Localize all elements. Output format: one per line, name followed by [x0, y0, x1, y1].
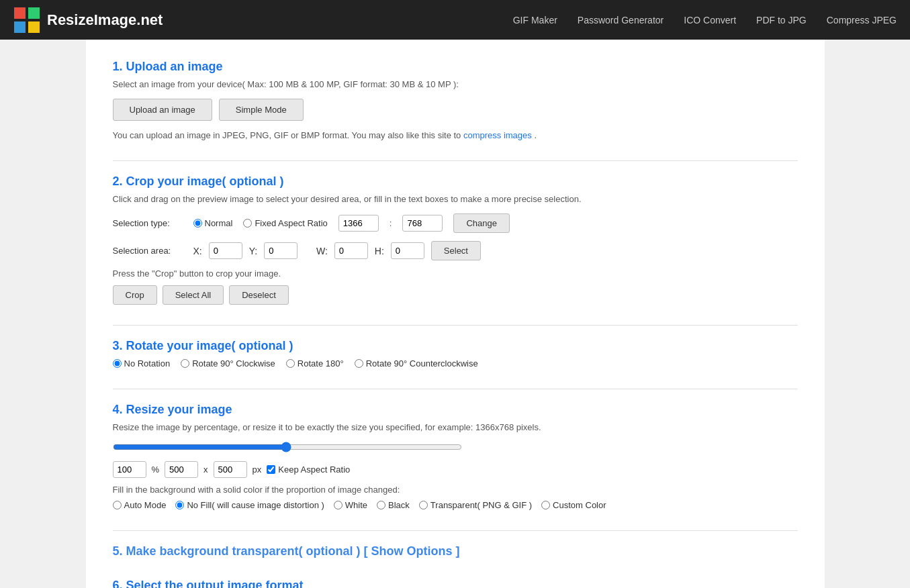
selection-type-label: Selection type:: [113, 218, 187, 228]
upload-note-suffix: .: [534, 130, 537, 140]
y-input[interactable]: [264, 242, 298, 259]
selection-type-row: Selection type: Normal Fixed Aspect Rati…: [113, 213, 798, 233]
bg-transparent-label[interactable]: Transparent( PNG & GIF ): [419, 500, 532, 510]
resize-width-input[interactable]: [165, 461, 198, 478]
w-input[interactable]: [334, 242, 368, 259]
x-label: X:: [193, 246, 202, 256]
aspect-separator: :: [390, 218, 392, 228]
keep-ratio-text: Keep Aspect Ratio: [278, 464, 350, 475]
bg-nofill-text: No Fill( will cause image distortion ): [187, 500, 324, 510]
crop-section: 2. Crop your image( optional ) Click and…: [113, 175, 798, 305]
bg-custom-label[interactable]: Custom Color: [541, 500, 606, 510]
bg-transparent-title: 5. Make background transparent( optional…: [113, 544, 798, 558]
x-input[interactable]: [209, 242, 242, 259]
h-input[interactable]: [391, 242, 424, 259]
radio-normal[interactable]: [193, 219, 202, 228]
rotate-90ccw[interactable]: [355, 359, 363, 368]
select-all-button[interactable]: Select All: [163, 285, 224, 305]
crop-title: 2. Crop your image( optional ): [113, 175, 798, 189]
bg-white-text: White: [345, 500, 367, 510]
nav-compress-jpeg[interactable]: Compress JPEG: [827, 15, 897, 26]
bg-fill-note: Fill in the background with a solid colo…: [113, 485, 798, 495]
px-label: px: [253, 464, 262, 475]
bg-transparent-section: 5. Make background transparent( optional…: [113, 544, 798, 558]
radio-normal-text: Normal: [205, 218, 233, 228]
nav-gif-maker[interactable]: GIF Maker: [513, 15, 557, 26]
bg-auto[interactable]: [113, 501, 122, 509]
upload-note-prefix: You can upload an image in JPEG, PNG, GI…: [113, 130, 463, 140]
svg-rect-0: [14, 7, 26, 19]
times-symbol: x: [203, 464, 208, 475]
keep-ratio-label[interactable]: Keep Aspect Ratio: [267, 464, 350, 475]
crop-desc: Click and drag on the preview image to s…: [113, 194, 798, 204]
svg-rect-2: [14, 21, 26, 33]
rotate-90cw-label[interactable]: Rotate 90° Clockwise: [181, 358, 275, 369]
rotate-no-rotation-text: No Rotation: [124, 358, 171, 369]
simple-mode-button[interactable]: Simple Mode: [219, 99, 304, 121]
output-format-section: 6. Select the output image format JPG PN…: [113, 579, 798, 588]
bg-nofill[interactable]: [175, 501, 184, 509]
selection-type-radios: Normal Fixed Aspect Ratio : Change: [193, 213, 510, 233]
aspect-height-input[interactable]: [402, 215, 443, 232]
upload-buttons-group: Upload an image Simple Mode: [113, 99, 798, 121]
upload-title: 1. Upload an image: [113, 60, 798, 74]
svg-rect-1: [28, 7, 40, 19]
rotate-no-rotation-label[interactable]: No Rotation: [113, 358, 171, 369]
percent-input[interactable]: [113, 461, 146, 478]
rotate-90cw[interactable]: [181, 359, 189, 368]
selection-area-row: Selection area: X: Y: W: H: Select: [113, 241, 798, 260]
resize-height-input[interactable]: [214, 461, 247, 478]
rotate-section: 3. Rotate your image( optional ) No Rota…: [113, 339, 798, 369]
upload-image-button[interactable]: Upload an image: [113, 99, 212, 121]
aspect-width-input[interactable]: [338, 215, 379, 232]
keep-ratio-checkbox[interactable]: [267, 465, 275, 474]
upload-note: You can upload an image in JPEG, PNG, GI…: [113, 130, 798, 140]
rotate-90cw-text: Rotate 90° Clockwise: [192, 358, 275, 369]
compress-images-link[interactable]: compress images: [463, 130, 532, 140]
bg-white[interactable]: [334, 501, 343, 509]
rotate-180-label[interactable]: Rotate 180°: [286, 358, 344, 369]
press-note: Press the "Crop" button to crop your ima…: [113, 268, 798, 279]
crop-action-row: Press the "Crop" button to crop your ima…: [113, 268, 798, 305]
resize-title: 4. Resize your image: [113, 403, 798, 417]
bg-nofill-label[interactable]: No Fill( will cause image distortion ): [175, 500, 324, 510]
bg-options: Auto Mode No Fill( will cause image dist…: [113, 500, 798, 510]
rotate-180[interactable]: [286, 359, 295, 368]
bg-white-label[interactable]: White: [334, 500, 367, 510]
percent-symbol: %: [152, 464, 160, 475]
crop-button[interactable]: Crop: [113, 285, 157, 305]
upload-desc: Select an image from your device( Max: 1…: [113, 79, 798, 89]
upload-section: 1. Upload an image Select an image from …: [113, 60, 798, 140]
radio-fixed-label[interactable]: Fixed Aspect Ratio: [243, 218, 327, 228]
nav-password-generator[interactable]: Password Generator: [578, 15, 664, 26]
nav-ico-convert[interactable]: ICO Convert: [684, 15, 736, 26]
rotate-no-rotation[interactable]: [113, 359, 122, 368]
nav-pdf-to-jpg[interactable]: PDF to JPG: [756, 15, 807, 26]
bg-custom-text: Custom Color: [553, 500, 606, 510]
bg-black-text: Black: [388, 500, 410, 510]
change-button[interactable]: Change: [453, 213, 510, 233]
rotate-90ccw-label[interactable]: Rotate 90° Counterclockwise: [355, 358, 478, 369]
crop-buttons-group: Crop Select All Deselect: [113, 285, 798, 305]
output-format-title: 6. Select the output image format: [113, 579, 798, 588]
bg-auto-label[interactable]: Auto Mode: [113, 500, 167, 510]
bg-black-label[interactable]: Black: [377, 500, 410, 510]
select-button[interactable]: Select: [431, 241, 481, 260]
radio-fixed[interactable]: [243, 219, 252, 228]
resize-slider[interactable]: [113, 442, 462, 452]
bg-black[interactable]: [377, 501, 385, 509]
bg-transparent[interactable]: [419, 501, 428, 509]
svg-rect-3: [28, 21, 40, 33]
bg-auto-text: Auto Mode: [124, 500, 167, 510]
resize-section: 4. Resize your image Resize the image by…: [113, 403, 798, 510]
radio-normal-label[interactable]: Normal: [193, 218, 233, 228]
rotate-title: 3. Rotate your image( optional ): [113, 339, 798, 353]
rotate-90ccw-text: Rotate 90° Counterclockwise: [366, 358, 478, 369]
main-nav: GIF Maker Password Generator ICO Convert…: [513, 15, 897, 26]
bg-custom[interactable]: [541, 501, 550, 509]
radio-fixed-text: Fixed Aspect Ratio: [255, 218, 327, 228]
deselect-button[interactable]: Deselect: [229, 285, 289, 305]
resize-desc: Resize the image by percentage, or resiz…: [113, 422, 798, 432]
logo-icon: [13, 7, 40, 34]
resize-inputs-row: % x px Keep Aspect Ratio: [113, 461, 798, 478]
